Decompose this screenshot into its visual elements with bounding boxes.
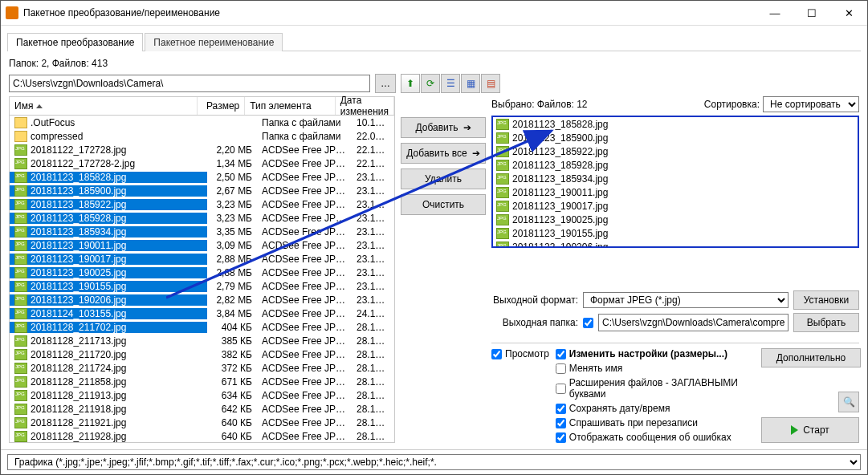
arrow-right-icon: ➔ bbox=[463, 122, 471, 133]
sort-label: Сортировка: bbox=[704, 99, 760, 110]
file-row[interactable]: 20181128_211858.jpg671 КБACDSee Free JPE… bbox=[10, 375, 394, 388]
selected-row[interactable]: 20181123_185922.jpg bbox=[493, 144, 858, 158]
jpg-icon bbox=[496, 228, 509, 239]
jpg-icon bbox=[14, 213, 27, 224]
file-row[interactable]: 20181123_185900.jpg2,67 МБACDSee Free JP… bbox=[10, 184, 394, 197]
jpg-icon bbox=[496, 173, 509, 185]
jpg-icon bbox=[496, 160, 509, 171]
out-format-select[interactable]: Формат JPEG (*.jpg) bbox=[583, 292, 789, 308]
up-folder-icon[interactable]: ⬆ bbox=[401, 74, 420, 93]
file-row[interactable]: 20181123_190017.jpg2,88 МБACDSee Free JP… bbox=[10, 252, 394, 266]
jpg-icon bbox=[14, 226, 27, 238]
tab-convert[interactable]: Пакетное преобразование bbox=[7, 33, 143, 51]
magnify-icon[interactable]: 🔍 bbox=[838, 392, 859, 412]
show-errors-checkbox[interactable]: Отображать сообщения об ошибках bbox=[556, 432, 755, 443]
file-row[interactable]: 20181124_103155.jpg3,84 МБACDSee Free JP… bbox=[10, 307, 394, 320]
status-text: Папок: 2, Файлов: 413 bbox=[9, 56, 859, 71]
start-button[interactable]: Старт bbox=[761, 417, 859, 443]
browse-button[interactable]: Выбрать bbox=[793, 313, 859, 332]
jpg-icon bbox=[496, 187, 509, 198]
add-all-button[interactable]: Добавить все➔ bbox=[401, 143, 486, 164]
file-list-header: Имя Размер Тип элемента Дата изменения bbox=[9, 96, 395, 116]
ask-overwrite-checkbox[interactable]: Спрашивать при перезаписи bbox=[556, 417, 755, 428]
minimize-button[interactable]: — bbox=[756, 1, 793, 25]
refresh-icon[interactable]: ⟳ bbox=[421, 74, 440, 93]
jpg-icon bbox=[14, 349, 27, 360]
jpg-icon bbox=[14, 185, 27, 197]
file-row[interactable]: 20181128_211720.jpg382 КБACDSee Free JPE… bbox=[10, 347, 394, 361]
file-row[interactable]: 20181123_185928.jpg3,23 МБACDSee Free JP… bbox=[10, 211, 394, 225]
titlebar: Пакетное преобразование/переименование —… bbox=[1, 1, 867, 26]
selected-row[interactable]: 20181123_185934.jpg bbox=[493, 172, 858, 185]
path-browse-button[interactable]: … bbox=[375, 74, 396, 93]
sort-asc-icon bbox=[36, 104, 43, 108]
file-row[interactable]: 20181128_211713.jpg385 КБACDSee Free JPE… bbox=[10, 334, 394, 347]
jpg-icon bbox=[496, 201, 509, 212]
selected-row[interactable]: 20181123_185900.jpg bbox=[493, 131, 858, 144]
file-row[interactable]: 20181128_211702.jpg404 КБACDSee Free JPE… bbox=[10, 320, 394, 334]
file-row[interactable]: 20181123_190206.jpg2,82 МБACDSee Free JP… bbox=[10, 293, 394, 307]
file-list[interactable]: .OutFocusПапка с файлами10.10.2020 16:45… bbox=[9, 116, 395, 443]
selected-row[interactable]: 20181123_185828.jpg bbox=[493, 117, 858, 131]
add-button[interactable]: Добавить➔ bbox=[401, 117, 486, 138]
file-row[interactable]: 20181123_190155.jpg2,79 МБACDSee Free JP… bbox=[10, 279, 394, 293]
selected-row[interactable]: 20181123_190011.jpg bbox=[493, 185, 858, 199]
file-row[interactable]: compressedПапка с файлами22.01.2021 19:2… bbox=[10, 129, 394, 143]
selected-row[interactable]: 20181123_190017.jpg bbox=[493, 199, 858, 213]
jpg-icon bbox=[14, 172, 27, 183]
col-name[interactable]: Имя bbox=[10, 97, 198, 115]
file-row[interactable]: 20181123_185922.jpg3,23 МБACDSee Free JP… bbox=[10, 197, 394, 211]
jpg-icon bbox=[14, 417, 27, 428]
view-thumbs-icon[interactable]: ▦ bbox=[461, 74, 480, 93]
keep-date-checkbox[interactable]: Сохранять дату/время bbox=[556, 403, 755, 414]
selected-row[interactable]: 20181123_185928.jpg bbox=[493, 158, 858, 172]
selected-list[interactable]: 20181123_185828.jpg20181123_185900.jpg20… bbox=[491, 116, 859, 248]
file-row[interactable]: 20181123_185828.jpg2,50 МБACDSee Free JP… bbox=[10, 170, 394, 184]
file-row[interactable]: 20181128_211921.jpg640 КБACDSee Free JPE… bbox=[10, 416, 394, 429]
file-row[interactable]: 20181123_190025.jpg2,88 МБACDSee Free JP… bbox=[10, 266, 394, 279]
file-row[interactable]: 20181122_172728.jpg2,20 МБACDSee Free JP… bbox=[10, 143, 394, 156]
file-row[interactable]: 20181123_190011.jpg3,09 МБACDSee Free JP… bbox=[10, 238, 394, 252]
advanced-button[interactable]: Дополнительно bbox=[761, 348, 861, 367]
settings-button[interactable]: Установки bbox=[793, 290, 859, 310]
remove-button[interactable]: Удалить bbox=[401, 168, 486, 189]
file-row[interactable]: 20181122_172728-2.jpg1,34 МБACDSee Free … bbox=[10, 156, 394, 170]
file-row[interactable]: 20181128_211724.jpg372 КБACDSee Free JPE… bbox=[10, 361, 394, 375]
change-settings-checkbox[interactable]: Изменить настройки (размеры...) bbox=[556, 348, 755, 359]
jpg-icon bbox=[14, 335, 27, 347]
file-row[interactable]: 20181128_211928.jpg640 КБACDSee Free JPE… bbox=[10, 429, 394, 443]
file-row[interactable]: 20181123_185934.jpg3,35 МБACDSee Free JP… bbox=[10, 225, 394, 238]
out-dir-checkbox[interactable] bbox=[583, 318, 593, 328]
path-input[interactable] bbox=[9, 75, 370, 92]
filter-select[interactable]: Графика (*.jpg;*.jpe;*.jpeg;*.jfif;*.bmp… bbox=[7, 454, 861, 470]
selected-count: Выбрано: Файлов: 12 bbox=[491, 99, 588, 110]
close-button[interactable]: ✕ bbox=[830, 1, 867, 25]
out-dir-label: Выходная папка: bbox=[491, 317, 578, 328]
clear-button[interactable]: Очистить bbox=[401, 194, 486, 215]
out-dir-input[interactable] bbox=[598, 314, 789, 331]
view-list-icon[interactable]: ▤ bbox=[481, 74, 500, 93]
app-icon bbox=[6, 6, 18, 19]
file-row[interactable]: 20181128_211918.jpg642 КБACDSee Free JPE… bbox=[10, 402, 394, 416]
rename-checkbox[interactable]: Менять имя bbox=[556, 363, 755, 374]
jpg-icon bbox=[14, 322, 27, 333]
view-details-icon[interactable]: ☰ bbox=[441, 74, 460, 93]
jpg-icon bbox=[14, 294, 27, 306]
app-window: Пакетное преобразование/переименование —… bbox=[0, 0, 868, 475]
jpg-icon bbox=[496, 214, 509, 225]
selected-row[interactable]: 20181123_190155.jpg bbox=[493, 226, 858, 240]
col-date[interactable]: Дата изменения bbox=[336, 97, 394, 115]
upper-ext-checkbox[interactable]: Расширения файлов - ЗАГЛАВНЫМИ буквами bbox=[556, 377, 755, 400]
preview-checkbox[interactable]: Просмотр bbox=[491, 348, 549, 359]
jpg-icon bbox=[14, 376, 27, 388]
sort-select[interactable]: Не сортировать bbox=[763, 96, 859, 112]
col-type[interactable]: Тип элемента bbox=[245, 97, 336, 115]
jpg-icon bbox=[14, 199, 27, 210]
tab-rename[interactable]: Пакетное переименование bbox=[145, 33, 283, 51]
col-size[interactable]: Размер bbox=[198, 97, 245, 115]
file-row[interactable]: .OutFocusПапка с файлами10.10.2020 16:45 bbox=[10, 116, 394, 129]
file-row[interactable]: 20181128_211913.jpg634 КБACDSee Free JPE… bbox=[10, 388, 394, 402]
maximize-button[interactable]: ☐ bbox=[793, 1, 830, 25]
selected-row[interactable]: 20181123_190206.jpg bbox=[493, 240, 858, 248]
selected-row[interactable]: 20181123_190025.jpg bbox=[493, 213, 858, 226]
